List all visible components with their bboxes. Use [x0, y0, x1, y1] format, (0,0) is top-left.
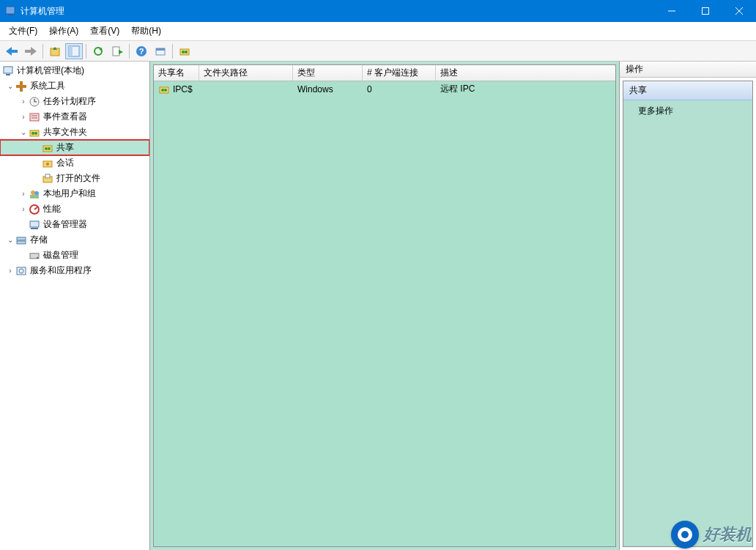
tree-label: 性能 [42, 203, 61, 215]
svg-rect-49 [31, 228, 38, 229]
expander-icon[interactable]: ⌄ [6, 82, 15, 90]
tree-local-users[interactable]: › 本地用户和组 [0, 186, 149, 201]
menu-help[interactable]: 帮助(H) [125, 23, 167, 40]
col-client-conn[interactable]: # 客户端连接 [363, 65, 436, 81]
actions-section-title: 共享 [623, 81, 752, 100]
tree-shares[interactable]: 共享 [0, 140, 149, 155]
tree-event-viewer[interactable]: › 事件查看器 [0, 109, 149, 125]
help-button[interactable]: ? [133, 43, 150, 59]
users-icon [28, 188, 41, 200]
menu-view[interactable]: 查看(V) [84, 23, 125, 40]
menu-action[interactable]: 操作(A) [43, 23, 84, 40]
new-share-button[interactable] [152, 43, 169, 59]
expander-icon[interactable]: ⌄ [19, 128, 28, 136]
svg-rect-3 [703, 8, 709, 15]
cell-share-name: IPC$ [154, 83, 199, 95]
tree-system-tools[interactable]: ⌄ 系统工具 [0, 78, 149, 94]
tree-performance[interactable]: › 性能 [0, 201, 149, 217]
svg-point-21 [182, 51, 185, 53]
svg-marker-7 [25, 47, 37, 56]
tree-label: 打开的文件 [56, 172, 100, 185]
svg-point-37 [45, 147, 48, 150]
tree-shared-folders[interactable]: ⌄ 共享文件夹 [0, 125, 149, 140]
tree-task-scheduler[interactable]: › 任务计划程序 [0, 94, 149, 109]
maximize-button[interactable] [689, 0, 722, 22]
cell-client-conn: 0 [363, 84, 436, 94]
tree-services-apps[interactable]: › 服务和应用程序 [0, 263, 149, 278]
tree-label: 共享 [56, 141, 74, 154]
expander-icon[interactable]: › [19, 97, 28, 105]
svg-point-57 [161, 89, 164, 92]
expander-icon[interactable]: › [6, 267, 15, 275]
menu-file[interactable]: 文件(F) [3, 23, 43, 40]
watermark: 好装机 [671, 521, 752, 549]
tree-label: 设备管理器 [42, 218, 87, 231]
svg-point-22 [185, 51, 188, 53]
grid-body: IPC$ Windows 0 远程 IPC [154, 81, 615, 97]
shares-icon [41, 142, 54, 154]
expander-icon[interactable]: › [19, 190, 28, 198]
toolbar-separator [42, 44, 43, 59]
sessions-icon [41, 157, 54, 169]
tree-root[interactable]: 计算机管理(本地) [0, 63, 149, 78]
up-button[interactable] [46, 43, 64, 59]
tree-label: 会话 [56, 157, 74, 169]
svg-point-43 [31, 190, 35, 195]
menubar: 文件(F) 操作(A) 查看(V) 帮助(H) [0, 22, 756, 41]
tree-label: 存储 [29, 234, 48, 246]
svg-point-34 [32, 132, 34, 135]
tree-label: 共享文件夹 [42, 126, 87, 138]
svg-rect-19 [156, 48, 165, 51]
device-icon [28, 219, 41, 231]
svg-rect-26 [16, 85, 26, 88]
table-row[interactable]: IPC$ Windows 0 远程 IPC [154, 81, 615, 97]
cell-description: 远程 IPC [436, 83, 615, 95]
svg-rect-23 [4, 67, 12, 73]
tree-disk-management[interactable]: 磁盘管理 [0, 248, 149, 263]
watermark-logo [671, 521, 699, 549]
svg-point-35 [34, 132, 37, 135]
svg-rect-30 [30, 114, 39, 121]
expander-icon[interactable]: › [19, 113, 28, 121]
toolbar-separator [129, 44, 130, 59]
close-button[interactable] [722, 0, 756, 22]
expander-icon[interactable]: ⌄ [6, 236, 15, 244]
tools-icon [15, 81, 28, 92]
col-type[interactable]: 类型 [293, 65, 363, 81]
tree-device-manager[interactable]: 设备管理器 [0, 217, 149, 232]
more-actions-link[interactable]: 更多操作 [623, 100, 752, 122]
forward-button[interactable] [22, 43, 40, 59]
svg-point-53 [37, 257, 38, 259]
tree-label: 服务和应用程序 [29, 264, 92, 277]
show-hide-tree-button[interactable] [65, 43, 83, 59]
watermark-text: 好装机 [703, 524, 752, 546]
svg-rect-24 [6, 74, 10, 75]
tree-sessions[interactable]: 会话 [0, 155, 149, 171]
shares-icon-button[interactable] [176, 43, 193, 59]
col-share-name[interactable]: 共享名 [154, 65, 199, 81]
export-button[interactable] [108, 43, 126, 59]
toolbar: ? [0, 41, 756, 62]
refresh-button[interactable] [89, 43, 107, 59]
svg-marker-15 [119, 50, 123, 54]
shares-grid[interactable]: 共享名 文件夹路径 类型 # 客户端连接 描述 IPC$ Windows 0 远… [153, 64, 616, 547]
minimize-button[interactable] [655, 0, 689, 22]
col-description[interactable]: 描述 [436, 65, 615, 81]
tree-label: 本地用户和组 [42, 187, 96, 200]
back-button[interactable] [3, 43, 21, 59]
svg-rect-45 [30, 195, 39, 198]
col-folder-path[interactable]: 文件夹路径 [199, 65, 293, 81]
toolbar-separator [86, 44, 86, 59]
svg-rect-11 [69, 46, 73, 56]
tree-open-files[interactable]: 打开的文件 [0, 171, 149, 186]
window-title: 计算机管理 [21, 5, 655, 18]
titlebar: 计算机管理 [0, 0, 756, 22]
performance-icon [28, 204, 41, 215]
svg-point-40 [46, 163, 49, 166]
svg-point-58 [164, 89, 167, 92]
tree-storage[interactable]: ⌄ 存储 [0, 232, 149, 248]
tree-panel[interactable]: 计算机管理(本地) ⌄ 系统工具 › 任务计划程序 › 事件查看器 ⌄ 共享文件… [0, 62, 150, 550]
svg-rect-50 [17, 237, 26, 240]
center-panel: 共享名 文件夹路径 类型 # 客户端连接 描述 IPC$ Windows 0 远… [150, 62, 620, 550]
expander-icon[interactable]: › [19, 205, 28, 213]
